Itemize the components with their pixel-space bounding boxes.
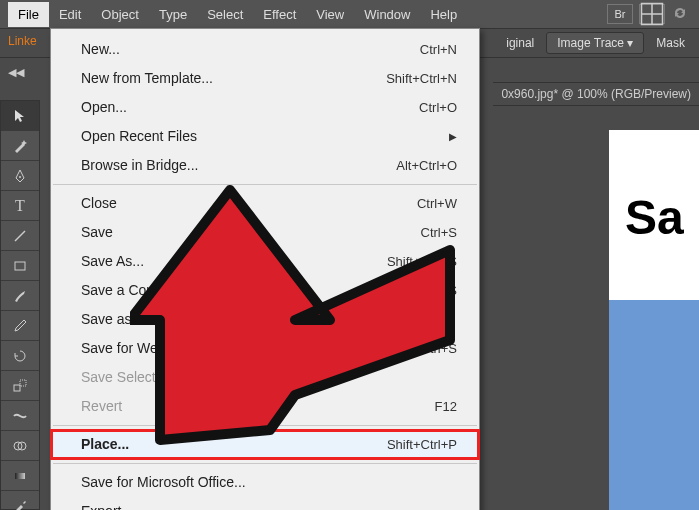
eyedropper-tool[interactable] (1, 491, 39, 510)
pencil-tool[interactable] (1, 311, 39, 341)
file-menu-close[interactable]: CloseCtrl+W (51, 189, 479, 218)
shape-builder-tool[interactable] (1, 431, 39, 461)
file-menu-save-as-template[interactable]: Save as Template... (51, 305, 479, 334)
menu-item-label: Save (81, 222, 113, 243)
file-menu-new[interactable]: New...Ctrl+N (51, 35, 479, 64)
svg-rect-6 (14, 385, 20, 391)
menu-help[interactable]: Help (420, 2, 467, 27)
linked-panel-button[interactable]: Linke (8, 34, 37, 48)
menu-window[interactable]: Window (354, 2, 420, 27)
gradient-tool[interactable] (1, 461, 39, 491)
menu-file[interactable]: File (8, 2, 49, 27)
menu-item-shortcut: Ctrl+O (419, 98, 457, 118)
file-menu-save-for-web[interactable]: Save for Web...Alt+Shift+Ctrl+S (51, 334, 479, 363)
menu-item-shortcut: Ctrl+S (421, 223, 457, 243)
file-menu-revert: RevertF12 (51, 392, 479, 421)
file-menu-open-recent-files[interactable]: Open Recent Files▶ (51, 122, 479, 151)
arrange-docs-icon[interactable] (639, 4, 665, 24)
collapse-chevron-icon[interactable]: ◀◀ (8, 66, 24, 79)
file-menu-dropdown: New...Ctrl+NNew from Template...Shift+Ct… (50, 28, 480, 510)
menu-select[interactable]: Select (197, 2, 253, 27)
svg-rect-10 (15, 473, 25, 479)
file-menu-save[interactable]: SaveCtrl+S (51, 218, 479, 247)
file-menu-save-a-copy[interactable]: Save a Copy...Alt+Ctrl+S (51, 276, 479, 305)
bridge-icon[interactable]: Br (607, 4, 633, 24)
submenu-arrow-icon: ▶ (449, 129, 457, 144)
file-menu-place[interactable]: Place...Shift+Ctrl+P (51, 430, 479, 459)
file-menu-save-selected-slices: Save Selected Slices... (51, 363, 479, 392)
placed-image: Sa (609, 130, 699, 300)
file-menu-new-from-template[interactable]: New from Template...Shift+Ctrl+N (51, 64, 479, 93)
menu-edit[interactable]: Edit (49, 2, 91, 27)
line-tool[interactable] (1, 221, 39, 251)
file-menu-save-as[interactable]: Save As...Shift+Ctrl+S (51, 247, 479, 276)
paintbrush-tool[interactable] (1, 281, 39, 311)
menu-item-label: Save as Template... (81, 309, 204, 330)
svg-point-3 (19, 176, 21, 178)
menu-bar: File Edit Object Type Select Effect View… (0, 0, 699, 28)
tool-panel: T (0, 100, 40, 510)
file-menu-export[interactable]: Export... (51, 497, 479, 510)
canvas-text: Sa (625, 190, 684, 245)
menu-item-shortcut: Alt+Ctrl+O (396, 156, 457, 176)
menu-item-label: Save a Copy... (81, 280, 172, 301)
menu-item-label: Save As... (81, 251, 144, 272)
image-trace-button[interactable]: Image Trace ▾ (546, 32, 644, 54)
menu-item-label: Save Selected Slices... (81, 367, 224, 388)
scale-tool[interactable] (1, 371, 39, 401)
menu-item-shortcut: F12 (435, 397, 457, 417)
svg-rect-7 (20, 380, 26, 386)
control-original: iginal (500, 36, 540, 50)
menu-effect[interactable]: Effect (253, 2, 306, 27)
sync-icon[interactable] (671, 4, 689, 25)
menu-item-label: New... (81, 39, 120, 60)
selection-tool[interactable] (1, 101, 39, 131)
menu-item-label: Open... (81, 97, 127, 118)
menu-item-shortcut: Ctrl+N (420, 40, 457, 60)
menu-item-shortcut: Shift+Ctrl+S (387, 252, 457, 272)
menu-type[interactable]: Type (149, 2, 197, 27)
menu-item-label: Revert (81, 396, 122, 417)
width-tool[interactable] (1, 401, 39, 431)
svg-line-4 (15, 231, 25, 241)
menu-item-label: Export... (81, 501, 133, 510)
pen-tool[interactable] (1, 161, 39, 191)
magic-wand-tool[interactable] (1, 131, 39, 161)
file-menu-browse-in-bridge[interactable]: Browse in Bridge...Alt+Ctrl+O (51, 151, 479, 180)
file-menu-save-for-microsoft-office[interactable]: Save for Microsoft Office... (51, 468, 479, 497)
menu-item-shortcut: Alt+Ctrl+S (398, 281, 457, 301)
file-menu-open[interactable]: Open...Ctrl+O (51, 93, 479, 122)
menu-item-shortcut: Ctrl+W (417, 194, 457, 214)
menu-item-shortcut: Alt+Shift+Ctrl+S (364, 339, 457, 359)
menu-item-label: Place... (81, 434, 129, 455)
menu-view[interactable]: View (306, 2, 354, 27)
menubar-right-icons: Br (607, 4, 699, 25)
menu-item-label: Save for Web... (81, 338, 177, 359)
artboard-canvas[interactable]: Sa (609, 130, 699, 510)
rectangle-tool[interactable] (1, 251, 39, 281)
menu-item-label: New from Template... (81, 68, 213, 89)
type-tool[interactable]: T (1, 191, 39, 221)
menu-item-label: Save for Microsoft Office... (81, 472, 246, 493)
svg-rect-5 (15, 262, 25, 270)
document-tab[interactable]: 0x960.jpg* @ 100% (RGB/Preview) (493, 82, 699, 106)
menu-item-shortcut: Shift+Ctrl+P (387, 435, 457, 455)
menu-item-shortcut: Shift+Ctrl+N (386, 69, 457, 89)
rotate-tool[interactable] (1, 341, 39, 371)
menu-object[interactable]: Object (91, 2, 149, 27)
menu-item-label: Open Recent Files (81, 126, 197, 147)
menu-item-label: Close (81, 193, 117, 214)
mask-button[interactable]: Mask (650, 36, 691, 50)
menu-item-label: Browse in Bridge... (81, 155, 199, 176)
